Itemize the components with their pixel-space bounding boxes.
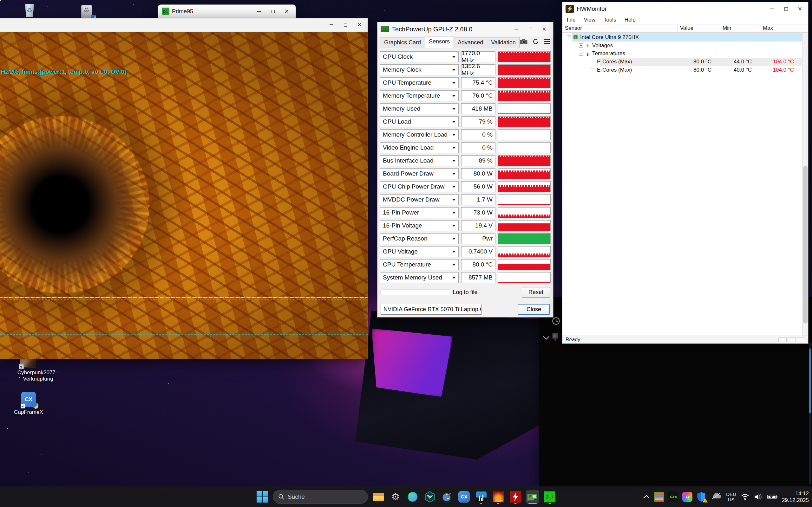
sensor-label-dropdown[interactable]: Memory Clock: [380, 64, 459, 75]
close-button[interactable]: Close: [518, 304, 550, 315]
minimize-button[interactable]: [509, 24, 523, 34]
rgb-grid-tray-icon[interactable]: [654, 492, 664, 502]
hwinfo-scrollbar[interactable]: [809, 343, 811, 484]
sensor-label-dropdown[interactable]: GPU Load: [380, 116, 459, 127]
start-button[interactable]: [256, 490, 269, 504]
menu-icon[interactable]: [544, 39, 550, 44]
battery-icon[interactable]: [767, 494, 777, 500]
furmark-titlebar[interactable]: ×: [0, 18, 368, 32]
menu-view[interactable]: View: [583, 17, 595, 23]
sensor-value: 1352.6 MHz: [461, 64, 496, 75]
armoury-tray-icon[interactable]: a: [682, 492, 693, 502]
hwmonitor-row[interactable]: −Intel Core Ultra 9 275HX: [562, 33, 802, 42]
minimize-button[interactable]: [765, 4, 779, 14]
sensor-label-dropdown[interactable]: PerfCap Reason: [380, 233, 459, 244]
gpuz-taskbar-icon[interactable]: [526, 490, 539, 504]
maximize-button[interactable]: [779, 4, 793, 14]
dropdown-caret-icon: [452, 264, 456, 266]
sensor-label-dropdown[interactable]: GPU Clock: [380, 51, 459, 62]
tree-expander[interactable]: +: [579, 43, 583, 48]
sensor-label-dropdown[interactable]: GPU Voltage: [380, 246, 459, 257]
sensor-label-dropdown[interactable]: Memory Used: [380, 103, 459, 114]
gpuz-sensor-row: System Memory Used8577 MB: [380, 272, 551, 283]
close-button[interactable]: ×: [793, 4, 807, 14]
clock[interactable]: 14:1229.12.2025: [782, 490, 809, 504]
tab-advanced[interactable]: Advanced: [454, 37, 487, 48]
windows-security-icon[interactable]: [697, 492, 706, 502]
refresh-icon[interactable]: [532, 38, 539, 45]
hwmonitor-scrollbar[interactable]: [802, 33, 808, 336]
tree-expander[interactable]: −: [567, 35, 571, 39]
hwmonitor-row[interactable]: +Voltages: [562, 42, 802, 50]
close-button[interactable]: ×: [280, 7, 294, 16]
hwmonitor-row[interactable]: −Temperatures: [562, 50, 802, 58]
maximize-button[interactable]: [523, 24, 537, 34]
maximize-button[interactable]: [339, 20, 352, 30]
sensor-label-dropdown[interactable]: MVDDC Power Draw: [380, 194, 459, 205]
menu-help[interactable]: Help: [624, 17, 636, 23]
col-max[interactable]: Max: [760, 24, 802, 32]
sensor-label-dropdown[interactable]: Board Power Draw: [380, 168, 459, 179]
recycle-bin-icon[interactable]: ♻: [23, 4, 36, 19]
sensor-label-dropdown[interactable]: 16-Pin Voltage: [380, 220, 459, 231]
edge-browser-icon[interactable]: [406, 490, 419, 504]
sensor-label-dropdown[interactable]: Bus Interface Load: [380, 155, 459, 166]
capframex-shortcut-icon[interactable]: CX: [21, 392, 37, 408]
nvidia-tray-icon[interactable]: [668, 492, 678, 502]
tab-sensors[interactable]: Sensors: [425, 36, 454, 48]
volume-icon[interactable]: [754, 493, 763, 501]
sensor-label-dropdown[interactable]: Memory Controller Load: [380, 129, 459, 140]
col-sensor[interactable]: Sensor: [562, 24, 677, 32]
prime95-titlebar[interactable]: 2-1 Prime95 ×: [158, 5, 296, 18]
paint-icon[interactable]: [440, 490, 454, 504]
sensor-label-dropdown[interactable]: Memory Temperature: [380, 90, 459, 101]
onedrive-offline-icon[interactable]: [711, 493, 722, 501]
reset-button[interactable]: Reset: [522, 287, 550, 297]
language-indicator[interactable]: DEUUS: [726, 492, 736, 502]
sensor-label-dropdown[interactable]: 16-Pin Power: [380, 207, 459, 218]
tree-expander[interactable]: +: [591, 60, 595, 64]
tree-expander[interactable]: +: [591, 68, 595, 72]
screenshot-camera-icon[interactable]: [519, 38, 528, 45]
search-input[interactable]: Suche: [273, 490, 368, 504]
maximize-button[interactable]: [266, 7, 280, 16]
hwmonitor-titlebar[interactable]: ⚡ HWMonitor ×: [562, 2, 808, 15]
sensor-label-dropdown[interactable]: GPU Temperature: [380, 77, 459, 88]
tab-graphics-card[interactable]: Graphics Card: [380, 37, 425, 48]
close-button[interactable]: ×: [352, 20, 366, 30]
hwmonitor-row[interactable]: +P-Cores (Max)80.0 °C44.0 °C104.0 °C: [562, 58, 802, 66]
furmark-taskbar-icon[interactable]: FurMark: [492, 490, 505, 504]
tree-expander[interactable]: −: [579, 52, 583, 56]
gpuz-sensor-row: 16-Pin Voltage19.4 V: [380, 220, 551, 231]
gpu-select-dropdown[interactable]: NVIDIA GeForce RTX 5070 Ti Laptop GF: [380, 304, 481, 315]
core-clock-app-icon[interactable]: [474, 490, 488, 504]
menu-file[interactable]: File: [567, 17, 575, 23]
hwmonitor-taskbar-icon[interactable]: [509, 490, 522, 504]
sensor-value: 19.4 V: [461, 220, 496, 231]
menu-tools[interactable]: Tools: [604, 17, 616, 23]
tab-validation[interactable]: Validation: [487, 37, 520, 48]
capframex-taskbar-icon[interactable]: CX: [457, 490, 471, 504]
settings-icon[interactable]: ⚙: [389, 490, 402, 504]
minimize-button[interactable]: [252, 7, 266, 16]
sensor-value: 1770.0 MHz: [461, 51, 496, 62]
log-to-file-checkbox[interactable]: [380, 290, 450, 295]
sensor-label-dropdown[interactable]: System Memory Used: [380, 272, 459, 283]
wifi-icon[interactable]: [741, 493, 750, 500]
gpuz-titlebar[interactable]: TechPowerUp GPU-Z 2.68.0 ×: [377, 22, 553, 36]
file-explorer-icon[interactable]: [372, 490, 385, 504]
prime95-taskbar-icon[interactable]: 2p-1: [543, 490, 556, 504]
hwmonitor-row[interactable]: +E-Cores (Max)80.0 °C40.0 °C104.0 °C: [562, 66, 802, 74]
predator-sense-icon[interactable]: [423, 490, 437, 504]
minimize-button[interactable]: [324, 20, 339, 30]
close-button[interactable]: ×: [537, 24, 551, 34]
sensor-label-dropdown[interactable]: GPU Chip Power Draw: [380, 181, 459, 192]
hwmonitor-title: HWMonitor: [577, 5, 765, 12]
sensor-label-dropdown[interactable]: Video Engine Load: [380, 142, 459, 153]
tray-chevron-icon[interactable]: [643, 494, 650, 499]
as-ssd-shortcut-icon[interactable]: ASSSD: [81, 5, 94, 20]
sensor-label-dropdown[interactable]: CPU Temperature: [380, 259, 459, 270]
volt-icon: [585, 43, 590, 48]
col-min[interactable]: Min: [720, 24, 760, 32]
col-value[interactable]: Value: [677, 24, 720, 32]
